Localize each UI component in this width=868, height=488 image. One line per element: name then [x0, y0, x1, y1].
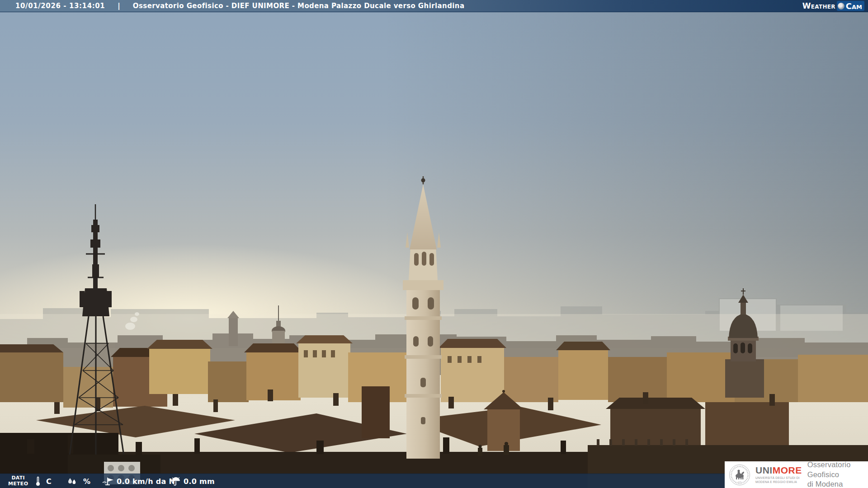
wind-value: 0.0 km/h da N — [117, 477, 175, 486]
webcam-frame: 10/01/2026 - 13:14:01 | Osservatorio Geo… — [0, 0, 868, 488]
temperature-readout: C — [35, 474, 52, 488]
wind-readout: 0.0 km/h da N — [101, 474, 175, 488]
observatory-name: Osservatorio Geofisico di Modena — [807, 460, 868, 488]
humidity-unit: % — [83, 477, 90, 486]
camera-lens-icon — [838, 3, 844, 9]
small-spire-tower — [227, 311, 239, 346]
webcam-photo — [0, 0, 868, 488]
umbrella-icon — [171, 477, 181, 486]
weathercam-badge: Cam — [837, 1, 864, 11]
temperature-unit: C — [46, 477, 52, 486]
unimore-seal-icon: 1175 — [729, 464, 750, 486]
wind-vane-icon — [101, 476, 114, 486]
weathercam-word-weather: Weather — [802, 1, 835, 10]
unimore-logo-box: 1175 UNIMORE UNIVERSITÀ DEGLI STUDI DI M… — [725, 461, 868, 488]
seal-year: 1175 — [738, 481, 741, 483]
unimore-wordmark: UNIMORE UNIVERSITÀ DEGLI STUDI DI MODENA… — [755, 465, 802, 483]
rain-value: 0.0 mm — [184, 477, 215, 486]
observatory-name-line1: Osservatorio Geofisico — [807, 460, 868, 479]
unimore-more: MORE — [773, 465, 802, 475]
rain-readout: 0.0 mm — [171, 474, 215, 488]
observatory-name-line2: di Modena — [807, 479, 868, 488]
humidity-readout: % — [67, 474, 90, 488]
dati-meteo-label: DATI METEO — [8, 475, 28, 487]
top-overlay-bar: 10/01/2026 - 13:14:01 | Osservatorio Geo… — [0, 0, 868, 12]
weathercam-word-cam: Cam — [846, 1, 862, 11]
timestamp: 10/01/2026 - 13:14:01 — [15, 2, 105, 10]
separator: | — [118, 2, 120, 10]
unimore-uni: UNI — [755, 465, 773, 475]
thermometer-icon — [35, 476, 41, 486]
unimore-subtitle-line2: MODENA E REGGIO EMILIA — [755, 480, 802, 484]
humidity-drops-icon — [67, 477, 78, 486]
unimore-subtitle-line1: UNIVERSITÀ DEGLI STUDI DI — [755, 476, 802, 480]
smog-haze — [384, 0, 868, 357]
weathercam-logo: Weather Cam — [802, 0, 864, 12]
camera-title: Osservatorio Geofisico - DIEF UNIMORE - … — [133, 2, 465, 10]
